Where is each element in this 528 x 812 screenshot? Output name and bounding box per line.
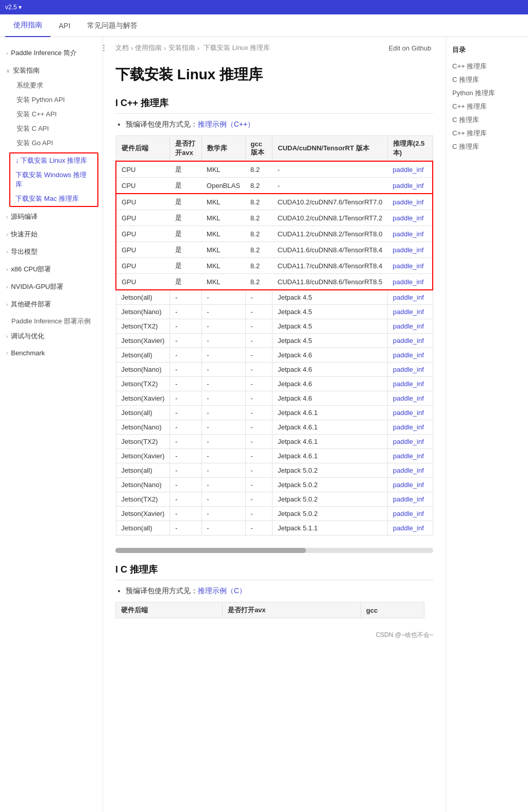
breadcrumb-install[interactable]: 安装指南 — [168, 43, 195, 53]
sidebar-group-export: › 导出模型 — [0, 244, 103, 260]
cell-lib: paddle_inf — [387, 478, 433, 492]
cell-cuda: CUDA11.8/cuDNN8.6/TensorRT8.5 — [272, 274, 388, 290]
cell-avx: - — [170, 463, 201, 478]
cell-avx: 是 — [170, 194, 201, 210]
cell-gcc: - — [245, 492, 272, 507]
cell-gcc: 8.2 — [245, 258, 272, 274]
cell-avx: - — [170, 290, 201, 305]
sidebar-item-nvidia[interactable]: › NVIDIA-GPU部署 — [0, 279, 103, 295]
toc-item[interactable]: Python 推理库 — [452, 87, 522, 100]
cell-avx: 是 — [170, 274, 201, 290]
cell-avx: - — [170, 391, 201, 406]
toc-title: 目录 — [452, 45, 522, 55]
tab-guide[interactable]: 使用指南 — [5, 14, 50, 37]
footer: CSDN @~啥也不会~ — [115, 631, 433, 640]
sidebar-item-mac-lib[interactable]: 下载安装 Mac 推理库 — [10, 192, 97, 206]
footer-csdn: CSDN @~啥也不会~ — [376, 631, 433, 638]
collapse-sidebar-button[interactable]: ☰ — [103, 43, 105, 53]
sidebar-item-go-api[interactable]: 安装 Go API — [5, 136, 103, 150]
version-label: v2.5 — [5, 4, 17, 11]
sidebar-item-debug[interactable]: › 调试与优化 — [0, 329, 103, 344]
cell-hw: Jetson(Xavier) — [116, 334, 170, 348]
table-row: GPU 是 MKL 8.2 CUDA11.8/cuDNN8.6/TensorRT… — [116, 274, 433, 290]
sidebar-item-other-hw[interactable]: › 其他硬件部署 — [0, 297, 103, 312]
cell-math: - — [201, 362, 245, 377]
sidebar-item-export[interactable]: › 导出模型 — [0, 244, 103, 260]
cell-lib: paddle_inf — [387, 463, 433, 478]
cell-lib: paddle_inf — [387, 420, 433, 435]
toc-item[interactable]: C++ 推理库 — [452, 60, 522, 73]
arrow-icon-debug: › — [6, 334, 8, 339]
version-dropdown-arrow[interactable]: ▾ — [19, 4, 22, 11]
cell-hw: Jetson(all) — [116, 290, 170, 305]
sidebar-item-intro[interactable]: › Paddle Inference 简介 — [0, 45, 103, 61]
cell-hw: Jetson(TX2) — [116, 319, 170, 334]
table-row: GPU 是 MKL 8.2 CUDA10.2/cuDNN7.6/TensorRT… — [116, 194, 433, 210]
cell-math: MKL — [201, 274, 245, 290]
sidebar-item-linux-lib[interactable]: ↓ 下载安装 Linux 推理库 — [10, 153, 97, 168]
sidebar-item-install-guide[interactable]: ∨ 安装指南 — [0, 63, 103, 78]
cpp-example-link[interactable]: 推理示例（C++） — [198, 120, 254, 128]
sidebar-group-source: › 源码编译 — [0, 209, 103, 224]
cell-math: MKL — [201, 242, 245, 258]
sidebar-item-quickstart[interactable]: › 快速开始 — [0, 227, 103, 242]
toc-item[interactable]: C 推理库 — [452, 73, 522, 87]
sidebar-item-paddle-example[interactable]: Paddle Inference 部署示例 — [0, 314, 103, 329]
sidebar-item-source[interactable]: › 源码编译 — [0, 209, 103, 224]
cell-gcc: 8.2 — [245, 210, 272, 226]
cell-avx: - — [170, 507, 201, 521]
tab-faq[interactable]: 常见问题与解答 — [79, 15, 146, 37]
cell-cuda: CUDA10.2/cuDNN7.6/TensorRT7.0 — [272, 194, 388, 210]
horizontal-scrollbar[interactable] — [115, 548, 433, 553]
cell-gcc: - — [245, 507, 272, 521]
tab-api[interactable]: API — [50, 15, 79, 36]
cell-lib: paddle_inf — [387, 406, 433, 420]
cell-lib: paddle_inf — [387, 319, 433, 334]
arrow-icon-benchmark: › — [6, 350, 8, 356]
cell-avx: - — [170, 492, 201, 507]
cell-math: - — [201, 334, 245, 348]
cell-math: - — [201, 305, 245, 319]
sidebar-item-x86[interactable]: › x86 CPU部署 — [0, 262, 103, 277]
edit-on-github-link[interactable]: Edit on Github — [389, 44, 431, 52]
sidebar-item-benchmark[interactable]: › Benchmark — [0, 346, 103, 360]
cell-gcc: - — [245, 362, 272, 377]
table-row: Jetson(Xavier) - - - Jetpack 4.5 paddle_… — [116, 334, 433, 348]
cell-gcc: - — [245, 348, 272, 362]
cell-cuda: Jetpack 4.6 — [272, 362, 388, 377]
cell-lib: paddle_inf — [387, 210, 433, 226]
c-example-link[interactable]: 推理示例（C） — [198, 586, 246, 595]
table-row: Jetson(Xavier) - - - Jetpack 5.0.2 paddl… — [116, 507, 433, 521]
sidebar-item-windows-lib[interactable]: 下载安装 Windows 推理库 — [10, 168, 97, 192]
sidebar-item-python-api[interactable]: 安装 Python API — [5, 93, 103, 107]
cell-avx: - — [170, 406, 201, 420]
breadcrumb-docs[interactable]: 文档 — [115, 43, 129, 53]
cell-hw: Jetson(Xavier) — [116, 449, 170, 463]
cell-hw: Jetson(all) — [116, 463, 170, 478]
cell-lib: paddle_inf — [387, 521, 433, 535]
toc-item[interactable]: C++ 推理库 — [452, 127, 522, 140]
sidebar-label-quickstart: 快速开始 — [11, 230, 38, 239]
cell-avx: 是 — [170, 210, 201, 226]
cell-math: MKL — [201, 258, 245, 274]
sidebar-item-cpp-api[interactable]: 安装 C++ API — [5, 107, 103, 122]
arrow-icon-install: ∨ — [6, 68, 10, 74]
sidebar-item-c-api[interactable]: 安装 C API — [5, 122, 103, 136]
sidebar-item-sysreq[interactable]: 系统要求 — [5, 78, 103, 93]
toc-item[interactable]: C 推理库 — [452, 140, 522, 153]
cpp-table: 硬件后端 是否打开avx 数学库 gcc版本 CUDA/cuDNN/Tensor… — [115, 135, 433, 535]
table-row: GPU 是 MKL 8.2 CUDA11.2/cuDNN8.2/TensorRT… — [116, 226, 433, 242]
cell-cuda: Jetpack 4.5 — [272, 290, 388, 305]
toc-item[interactable]: C 推理库 — [452, 113, 522, 127]
cell-cuda: Jetpack 4.6.1 — [272, 449, 388, 463]
toc-item[interactable]: C++ 推理库 — [452, 100, 522, 113]
arrow-icon-source: › — [6, 214, 8, 220]
c-bullet-list: 预编译包使用方式见：推理示例（C） — [126, 586, 433, 596]
page-layout: › Paddle Inference 简介 ∨ 安装指南 系统要求 安装 Pyt… — [0, 37, 528, 812]
table-row: GPU 是 MKL 8.2 CUDA11.6/cuDNN8.4/TensorRT… — [116, 242, 433, 258]
sidebar-group-benchmark: › Benchmark — [0, 346, 103, 360]
breadcrumb-guide[interactable]: 使用指南 — [135, 43, 162, 53]
cell-avx: - — [170, 377, 201, 391]
table-row: CPU 是 MKL 8.2 - paddle_inf — [116, 161, 433, 178]
cell-gcc: - — [245, 290, 272, 305]
